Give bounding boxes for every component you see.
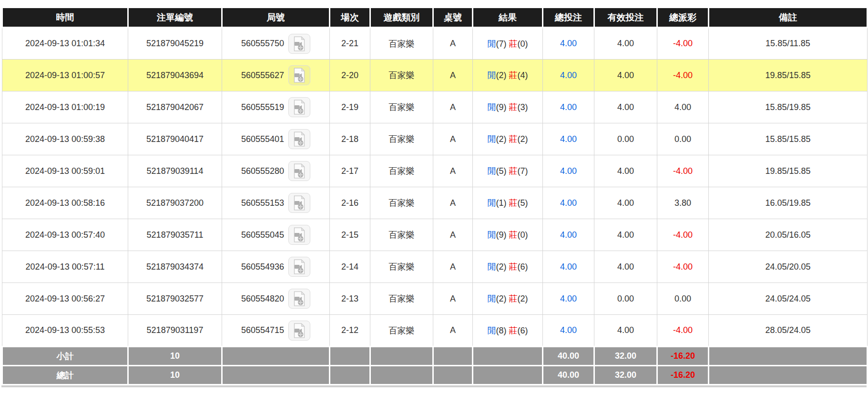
player-result-label: 閒 (487, 134, 496, 144)
total-bet-cell: 4.00 (543, 219, 594, 251)
total-bet-cell: 4.00 (543, 155, 594, 187)
payout-cell: -4.00 (657, 155, 709, 187)
time-cell: 2024-09-13 00:56:27 (2, 283, 128, 315)
valid-bet-cell: 4.00 (594, 60, 657, 91)
banker-result-score: (4) (518, 71, 528, 80)
total-bet-link[interactable]: 4.00 (560, 39, 577, 48)
table-row[interactable]: 2024-09-13 00:59:01 521879039114 5605552… (2, 155, 868, 187)
banker-result-score: (6) (518, 326, 528, 335)
table-row[interactable]: 2024-09-13 00:58:16 521879037200 5605551… (2, 187, 868, 219)
col-header-round-id: 局號 (222, 8, 330, 28)
video-replay-button[interactable] (288, 257, 310, 277)
banker-result-score: (2) (518, 134, 528, 144)
result-cell: 閒(8) 莊(6) (473, 315, 543, 347)
remark-cell: 15.85/19.85 (709, 91, 868, 123)
result-cell: 閒(7) 莊(0) (473, 28, 543, 60)
game-type-cell: 百家樂 (370, 60, 433, 91)
video-replay-button[interactable] (288, 65, 310, 85)
game-type-cell: 百家樂 (370, 123, 433, 155)
summary-empty-round (222, 347, 330, 366)
total-bet-cell: 4.00 (543, 283, 594, 315)
remark-cell: 19.85/15.85 (709, 60, 868, 91)
video-replay-button[interactable] (288, 34, 310, 54)
total-bet-link[interactable]: 4.00 (560, 102, 577, 112)
summary-empty-round (222, 366, 330, 385)
round-id-cell: 560555153 (222, 187, 330, 219)
round-id-value: 560555280 (241, 166, 284, 176)
video-file-icon (293, 131, 306, 147)
summary-empty-table-no (433, 366, 473, 385)
summary-empty-remark (709, 366, 868, 385)
col-header-table-no: 桌號 (433, 8, 473, 28)
payout-cell: 3.80 (657, 187, 709, 219)
col-header-total-payout: 總派彩 (657, 8, 709, 28)
result-cell: 閒(2) 莊(2) (473, 283, 543, 315)
total-bet-cell: 4.00 (543, 28, 594, 60)
banker-result-score: (0) (518, 39, 528, 49)
summary-valid-bet: 32.00 (594, 347, 657, 366)
remark-cell: 16.05/19.85 (709, 187, 868, 219)
video-replay-button[interactable] (288, 193, 310, 213)
banker-result-label: 莊 (509, 134, 518, 144)
remark-cell: 24.05/20.05 (709, 251, 868, 283)
remark-cell: 24.05/24.05 (709, 283, 868, 315)
time-cell: 2024-09-13 01:00:19 (2, 91, 128, 123)
table-row[interactable]: 2024-09-13 01:00:57 521879043694 5605556… (2, 60, 868, 91)
table-row[interactable]: 2024-09-13 00:55:53 521879031197 5605547… (2, 315, 868, 347)
total-bet-link[interactable]: 4.00 (560, 134, 577, 144)
video-file-icon (293, 259, 306, 274)
total-bet-cell: 4.00 (543, 187, 594, 219)
total-bet-link[interactable]: 4.00 (560, 325, 577, 335)
total-bet-link[interactable]: 4.00 (560, 71, 577, 80)
summary-empty-game-type (370, 366, 433, 385)
time-cell: 2024-09-13 00:57:40 (2, 219, 128, 251)
player-result-label: 閒 (487, 71, 496, 80)
player-result-label: 閒 (487, 102, 496, 112)
video-replay-button[interactable] (288, 129, 310, 149)
video-file-icon (293, 163, 306, 179)
table-no-cell: A (433, 155, 473, 187)
game-type-cell: 百家樂 (370, 315, 433, 347)
game-type-cell: 百家樂 (370, 187, 433, 219)
payout-cell: 4.00 (657, 91, 709, 123)
video-replay-button[interactable] (288, 225, 310, 245)
table-row[interactable]: 2024-09-13 00:57:40 521879035711 5605550… (2, 219, 868, 251)
valid-bet-cell: 4.00 (594, 91, 657, 123)
remark-cell: 20.05/16.05 (709, 219, 868, 251)
total-bet-cell: 4.00 (543, 91, 594, 123)
table-row[interactable]: 2024-09-13 00:57:11 521879034374 5605549… (2, 251, 868, 283)
video-file-icon (293, 36, 306, 51)
video-replay-button[interactable] (288, 161, 310, 181)
video-file-icon (293, 195, 306, 211)
round-id-cell: 560555280 (222, 155, 330, 187)
payout-cell: -4.00 (657, 60, 709, 91)
player-result-label: 閒 (487, 262, 496, 272)
result-cell: 閒(1) 莊(5) (473, 187, 543, 219)
total-bet-link[interactable]: 4.00 (560, 294, 577, 303)
table-row[interactable]: 2024-09-13 00:56:27 521879032577 5605548… (2, 283, 868, 315)
table-row[interactable]: 2024-09-13 00:59:38 521879040417 5605554… (2, 123, 868, 155)
total-bet-link[interactable]: 4.00 (560, 198, 577, 208)
total-bet-link[interactable]: 4.00 (560, 166, 577, 176)
video-replay-button[interactable] (288, 321, 310, 341)
table-row[interactable]: 2024-09-13 01:01:34 521879045219 5605557… (2, 28, 868, 60)
remark-cell: 15.85/15.85 (709, 123, 868, 155)
payout-cell: 0.00 (657, 123, 709, 155)
round-id-value: 560555401 (241, 134, 284, 144)
round-id-value: 560555750 (241, 39, 284, 49)
payout-cell: -4.00 (657, 315, 709, 347)
video-replay-button[interactable] (288, 97, 310, 117)
video-replay-button[interactable] (288, 289, 310, 309)
summary-empty-session (330, 347, 370, 366)
player-result-score: (9) (496, 102, 506, 112)
table-no-cell: A (433, 219, 473, 251)
total-bet-link[interactable]: 4.00 (560, 262, 577, 272)
col-header-result: 結果 (473, 8, 543, 28)
session-cell: 2-18 (330, 123, 370, 155)
valid-bet-cell: 4.00 (594, 219, 657, 251)
total-bet-link[interactable]: 4.00 (560, 230, 577, 240)
summary-total-payout: -16.20 (657, 347, 709, 366)
game-type-cell: 百家樂 (370, 283, 433, 315)
table-row[interactable]: 2024-09-13 01:00:19 521879042067 5605555… (2, 91, 868, 123)
payout-cell: -4.00 (657, 219, 709, 251)
